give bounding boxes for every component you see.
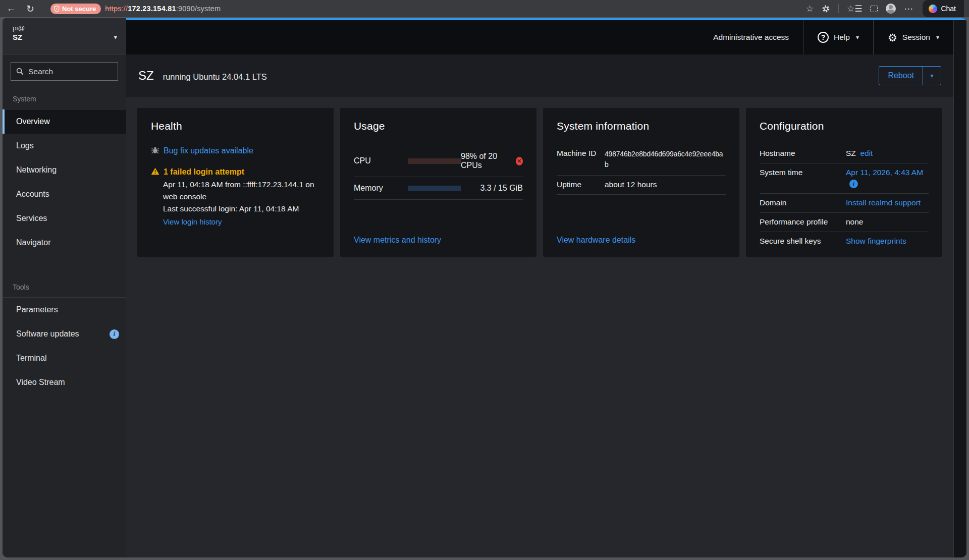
toolbar-divider [838,4,839,13]
performance-profile-value: none [846,217,929,227]
configuration-card: Configuration Hostname SZ edit System ti… [746,108,942,257]
nav-section-label: System [3,90,126,109]
main-area: Administrative access ? Help ▾ ⚙ Session… [126,20,953,557]
cpu-value: 98% of 20 CPUs [461,152,512,170]
browser-refresh-button[interactable]: ↻ [24,3,36,15]
chevron-down-icon: ▾ [856,34,859,41]
copilot-icon [929,5,937,13]
gear-icon: ⚙ [888,32,897,43]
page-title: SZ [138,69,154,83]
view-login-history-link[interactable]: View login history [163,217,222,226]
card-title: Health [151,120,320,132]
main-wrap: Administrative access ? Help ▾ ⚙ Session… [126,18,966,557]
reboot-button[interactable]: Reboot [879,67,923,85]
admin-access-label: Administrative access [699,20,803,54]
reboot-split-button: Reboot ▾ [879,66,941,85]
browser-menu-icon[interactable]: ⋯ [904,4,912,14]
help-menu-button[interactable]: ? Help ▾ [803,20,873,54]
install-realmd-link[interactable]: Install realmd support [846,198,921,207]
system-information-card: System information Machine ID 498746b2e8… [543,108,739,257]
uptime-value: about 12 hours [605,180,726,189]
os-subtitle: running Ubuntu 24.04.1 LTS [163,72,267,82]
page-scrollbar[interactable] [953,20,966,557]
machine-id-label: Machine ID [557,149,600,170]
failed-login-title: 1 failed login attempt [164,167,244,177]
browser-back-button[interactable]: ← [5,3,17,14]
sidebar-search[interactable] [11,62,118,81]
memory-progress-track [408,186,461,191]
search-input[interactable] [28,67,104,76]
cpu-progress-track [408,158,461,164]
not-secure-badge[interactable]: Not secure [50,4,101,14]
view-hardware-link[interactable]: View hardware details [557,236,635,244]
bugfix-updates-link[interactable]: Bug fix updates available [164,146,253,155]
browser-toolbar: ☆ ☆☰ ⋯ Chat [806,0,964,17]
view-metrics-link[interactable]: View metrics and history [354,236,441,244]
config-list: Hostname SZ edit System time Apr 11, 202… [760,144,929,251]
sidebar-item-networking[interactable]: Networking [3,158,126,182]
hostname-value: SZ [846,149,856,157]
cpu-row: CPU 98% of 20 CPUs ✕ [354,145,523,177]
card-title: Configuration [760,120,929,132]
system-time-link[interactable]: Apr 11, 2026, 4:43 AM [846,168,923,177]
sidebar-item-logs[interactable]: Logs [3,134,126,158]
chevron-down-icon: ▾ [114,33,117,41]
failed-login-details: Apr 11, 04:18 AM from ::ffff:172.23.144.… [163,179,319,215]
host-switcher[interactable]: pi@ SZ ▾ [3,18,126,54]
sidebar: pi@ SZ ▾ System Overview Logs Networking… [3,18,126,557]
sysinfo-list: Machine ID 498746b2e8bd46d699a6c4e92eee4… [557,144,726,195]
address-bar[interactable]: Not secure https://172.23.154.81:9090/sy… [43,4,799,14]
nav-section-system: System Overview Logs Networking Accounts… [3,90,126,255]
shield-icon [54,6,60,12]
sidebar-item-navigator[interactable]: Navigator [3,231,126,255]
session-menu-button[interactable]: ⚙ Session ▾ [874,20,953,54]
url-text: https://172.23.154.81:9090/system [105,5,221,13]
domain-row: Domain Install realmd support [760,194,929,213]
warning-triangle-icon [151,167,159,175]
copilot-chat-button[interactable]: Chat [923,0,964,17]
browser-chrome: ← ↻ Not secure https://172.23.154.81:909… [0,0,969,17]
help-icon: ? [818,32,829,43]
sidebar-item-video-stream[interactable]: Video Stream [3,370,126,395]
sidebar-item-services[interactable]: Services [3,206,126,231]
sidebar-item-terminal[interactable]: Terminal [3,346,126,370]
browser-essentials-icon[interactable] [822,5,830,13]
usage-table: CPU 98% of 20 CPUs ✕ Memory 3.3 / 15 GiB [354,145,523,200]
health-card: Health Bug fix updates available [137,108,334,257]
nav-section-tools: Tools Parameters Software updates i Term… [3,278,126,395]
system-time-row: System time Apr 11, 2026, 4:43 AMi [760,163,929,194]
chevron-down-icon: ▾ [936,34,939,41]
memory-label: Memory [354,184,408,193]
overview-content: Health Bug fix updates available [126,97,953,557]
nav-section-label: Tools [3,278,126,297]
performance-profile-row: Performance profile none [760,213,929,232]
card-title: Usage [354,120,523,132]
machine-id-row: Machine ID 498746b2e8bd46d699a6c4e92eee4… [557,144,726,176]
sidebar-item-software-updates[interactable]: Software updates i [3,322,126,346]
sidebar-item-overview[interactable]: Overview [3,109,126,134]
sidebar-item-accounts[interactable]: Accounts [3,182,126,206]
machine-id-value: 498746b2e8bd46d699a6c4e92eee4bab [605,149,726,170]
cpu-critical-icon: ✕ [516,157,523,165]
cockpit-page: pi@ SZ ▾ System Overview Logs Networking… [3,18,966,557]
uptime-row: Uptime about 12 hours [557,176,726,195]
favorites-bar-icon[interactable]: ☆☰ [847,4,862,14]
bug-icon [151,146,159,154]
bugfix-row: Bug fix updates available [151,146,320,155]
window-frame: pi@ SZ ▾ System Overview Logs Networking… [0,17,969,560]
hostname-edit-link[interactable]: edit [860,149,873,157]
updates-info-badge: i [110,329,119,339]
sidebar-item-parameters[interactable]: Parameters [3,298,126,322]
time-info-icon[interactable]: i [849,180,858,188]
hostname-label: SZ [13,33,117,41]
failed-login-row: 1 failed login attempt [151,167,320,177]
cpu-label: CPU [354,156,408,165]
screenshot-icon[interactable] [870,6,878,12]
show-fingerprints-link[interactable]: Show fingerprints [846,237,906,245]
favorite-star-icon[interactable]: ☆ [806,4,814,14]
reboot-dropdown-toggle[interactable]: ▾ [923,67,941,85]
browser-profile-avatar[interactable] [886,4,896,14]
username-label: pi@ [13,24,117,32]
masthead: Administrative access ? Help ▾ ⚙ Session… [126,20,953,54]
memory-row: Memory 3.3 / 15 GiB [354,177,523,200]
